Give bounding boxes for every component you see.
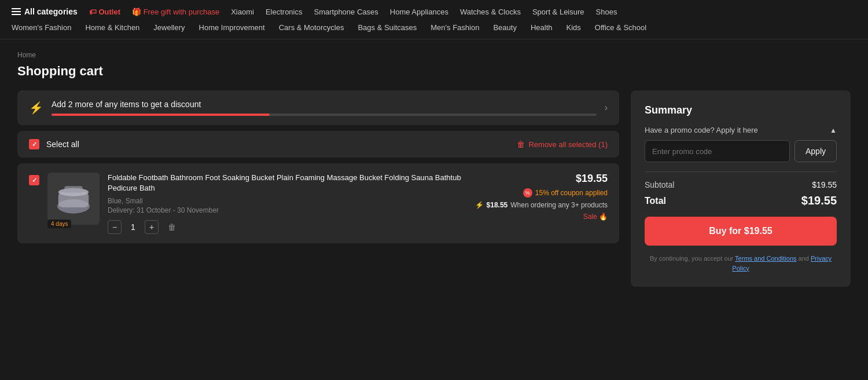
nav-bags[interactable]: Bags & Suitcases: [358, 23, 417, 32]
gift-icon: 🎁: [132, 8, 141, 16]
total-row: Total $19.55: [645, 194, 837, 207]
nav-gift[interactable]: 🎁 Free gift with purchase: [132, 8, 219, 16]
nav-kids[interactable]: Kids: [566, 23, 580, 32]
nav-womens-fashion[interactable]: Women's Fashion: [12, 23, 71, 32]
nav-electronics[interactable]: Electronics: [266, 8, 303, 16]
promo-toggle-label: Have a promo code? Apply it here: [645, 126, 758, 134]
coupon-icon: %: [523, 188, 532, 198]
all-categories-label: All categories: [24, 7, 78, 16]
apply-button[interactable]: Apply: [795, 140, 837, 162]
sale-badge: Sale 🔥: [583, 213, 608, 221]
subtotal-row: Subtotal $19.55: [645, 180, 837, 189]
quantity-increase[interactable]: +: [145, 220, 159, 234]
item-checkbox[interactable]: [29, 175, 39, 185]
total-value: $19.55: [801, 194, 837, 207]
nav-beauty[interactable]: Beauty: [493, 23, 516, 32]
all-categories[interactable]: All categories: [12, 7, 78, 16]
bulk-amount: $18.55: [487, 201, 508, 209]
terms-text: By continuing, you accept our Terms and …: [645, 254, 837, 273]
nav-home-improvement[interactable]: Home Improvement: [199, 23, 265, 32]
nav-shoes[interactable]: Shoes: [596, 8, 617, 16]
select-all-left: Select all: [29, 139, 79, 149]
discount-banner: ⚡ Add 2 more of any items to get a disco…: [17, 90, 619, 125]
nav-health[interactable]: Health: [531, 23, 553, 32]
remove-selected-label: Remove all selected (1): [528, 140, 608, 149]
item-price-section: $19.55 % 15% off coupon applied ⚡ $18.55…: [475, 173, 608, 221]
item-price: $19.55: [576, 173, 608, 185]
summary-divider: [645, 171, 837, 172]
nav-home-appliances[interactable]: Home Appliances: [390, 8, 448, 16]
outlet-icon: 🏷: [89, 8, 97, 16]
coupon-text: 15% off coupon applied: [535, 189, 608, 197]
product-image-svg: [53, 178, 94, 219]
quantity-decrease[interactable]: −: [108, 220, 122, 234]
terms-and: and: [799, 255, 809, 262]
discount-banner-content: Add 2 more of any items to get a discoun…: [52, 100, 597, 116]
subtotal-label: Subtotal: [645, 180, 674, 189]
nav-mens-fashion[interactable]: Men's Fashion: [431, 23, 479, 32]
main-layout: ⚡ Add 2 more of any items to get a disco…: [0, 85, 868, 304]
subtotal-value: $19.55: [812, 180, 837, 189]
quantity-row: − 1 + 🗑: [108, 220, 467, 234]
nav-row-1: All categories 🏷 Outlet 🎁 Free gift with…: [12, 0, 856, 20]
chevron-right-icon[interactable]: ›: [605, 103, 608, 113]
coupon-badge: % 15% off coupon applied: [523, 188, 608, 198]
nav-jewellery[interactable]: Jewellery: [153, 23, 185, 32]
days-badge: 4 days: [47, 220, 71, 228]
select-all-row: Select all 🗑 Remove all selected (1): [17, 131, 619, 158]
promo-chevron-icon: ▲: [830, 126, 837, 134]
promo-toggle[interactable]: Have a promo code? Apply it here ▲: [645, 126, 837, 134]
item-image-wrapper: 4 days: [47, 173, 100, 225]
nav-home-kitchen[interactable]: Home & Kitchen: [85, 23, 139, 32]
item-name[interactable]: Foldable Footbath Bathroom Foot Soaking …: [108, 173, 467, 193]
nav-sport[interactable]: Sport & Leisure: [532, 8, 584, 16]
breadcrumb[interactable]: Home: [17, 51, 851, 59]
item-image: [47, 173, 100, 225]
discount-text: Add 2 more of any items to get a discoun…: [52, 100, 597, 109]
page-header: Home Shopping cart: [0, 39, 868, 85]
page-title: Shopping cart: [17, 64, 851, 79]
nav-xiaomi[interactable]: Xiaomi: [231, 8, 254, 16]
remove-selected-button[interactable]: 🗑 Remove all selected (1): [517, 140, 608, 149]
bulk-price-row: ⚡ $18.55 When ordering any 3+ products: [475, 201, 608, 209]
summary-title: Summary: [645, 104, 837, 116]
progress-bar-fill: [52, 114, 270, 116]
select-all-checkbox[interactable]: [29, 139, 39, 149]
promo-code-input[interactable]: [645, 140, 790, 162]
hamburger-icon: [12, 8, 21, 15]
terms-prefix: By continuing, you accept our: [650, 255, 733, 262]
quantity-value: 1: [127, 222, 139, 232]
total-label: Total: [645, 196, 666, 206]
item-details: Foldable Footbath Bathroom Foot Soaking …: [108, 173, 467, 234]
summary-panel: Summary Have a promo code? Apply it here…: [631, 90, 851, 287]
terms-conditions-link[interactable]: Terms and Conditions: [735, 255, 796, 262]
cart-section: ⚡ Add 2 more of any items to get a disco…: [17, 90, 619, 243]
nav-office-school[interactable]: Office & School: [595, 23, 646, 32]
nav-smartphone-cases[interactable]: Smartphone Cases: [314, 8, 378, 16]
cart-item: 4 days Foldable Footbath Bathroom Foot S…: [17, 163, 619, 243]
nav-outlet[interactable]: 🏷 Outlet: [89, 8, 120, 16]
bulk-text: When ordering any 3+ products: [510, 201, 608, 209]
nav-row-2: Women's Fashion Home & Kitchen Jewellery…: [12, 20, 856, 39]
promo-section: Have a promo code? Apply it here ▲ Apply: [645, 126, 837, 162]
nav-cars[interactable]: Cars & Motorcycles: [279, 23, 344, 32]
select-all-label: Select all: [46, 140, 79, 149]
quantity-trash-icon[interactable]: 🗑: [168, 222, 176, 232]
top-nav: All categories 🏷 Outlet 🎁 Free gift with…: [0, 0, 868, 39]
nav-watches[interactable]: Watches & Clocks: [460, 8, 521, 16]
promo-input-row: Apply: [645, 140, 837, 162]
trash-icon: 🗑: [517, 140, 525, 149]
bulk-bolt-icon: ⚡: [475, 201, 484, 209]
buy-button[interactable]: Buy for $19.55: [645, 217, 837, 246]
item-delivery: Delivery: 31 October - 30 November: [108, 206, 467, 214]
bolt-icon: ⚡: [29, 101, 43, 115]
svg-rect-3: [64, 186, 83, 193]
item-variant: Blue, Small: [108, 197, 467, 205]
progress-bar-container: [52, 114, 597, 116]
